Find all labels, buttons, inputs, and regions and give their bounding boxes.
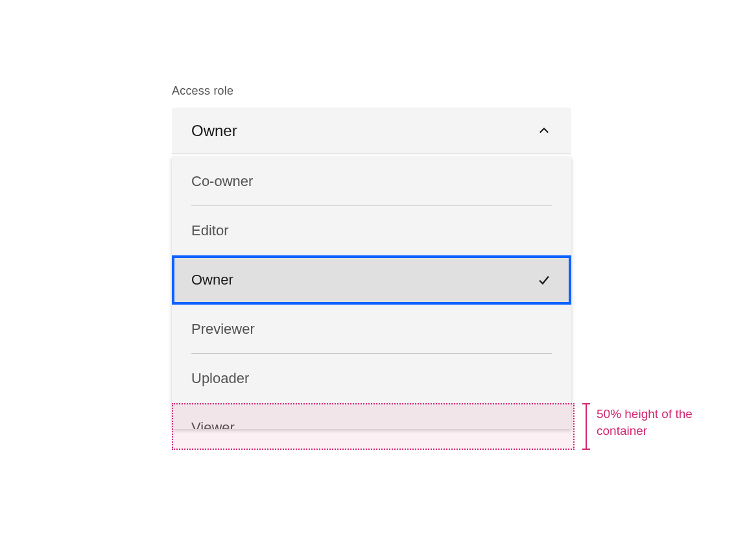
dropdown-selected-value: Owner <box>191 122 536 140</box>
annotation-bracket <box>582 403 590 450</box>
option-viewer[interactable]: Viewer <box>172 403 571 429</box>
option-label: Co-owner <box>191 173 552 190</box>
option-label: Editor <box>191 222 552 239</box>
annotation-label: 50% height of the container <box>597 406 713 439</box>
dropdown-trigger[interactable]: Owner <box>172 108 571 154</box>
dropdown-menu: Co-owner Editor Owner Previewer Uploader… <box>172 157 571 429</box>
option-label: Owner <box>191 272 536 288</box>
checkmark-icon <box>536 272 552 288</box>
option-owner[interactable]: Owner <box>172 255 571 305</box>
option-label: Previewer <box>191 321 552 338</box>
option-co-owner[interactable]: Co-owner <box>172 157 571 206</box>
option-label: Uploader <box>191 370 552 387</box>
option-editor[interactable]: Editor <box>172 206 571 255</box>
option-label: Viewer <box>191 419 552 429</box>
chevron-up-icon <box>536 123 552 139</box>
option-previewer[interactable]: Previewer <box>172 305 571 354</box>
option-uploader[interactable]: Uploader <box>172 354 571 403</box>
field-label: Access role <box>172 84 233 98</box>
